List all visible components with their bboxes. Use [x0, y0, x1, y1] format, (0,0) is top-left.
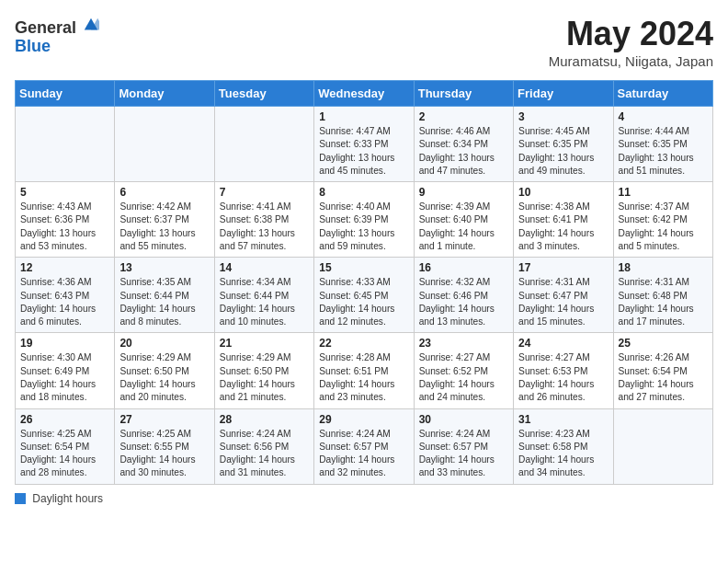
day-of-week-header: Tuesday — [214, 81, 313, 107]
day-info: Sunrise: 4:42 AM Sunset: 6:37 PM Dayligh… — [119, 201, 209, 253]
calendar-cell — [115, 107, 214, 182]
day-number: 10 — [518, 186, 608, 199]
day-info: Sunrise: 4:46 AM Sunset: 6:34 PM Dayligh… — [419, 125, 508, 178]
day-info: Sunrise: 4:29 AM Sunset: 6:50 PM Dayligh… — [220, 351, 309, 404]
day-info: Sunrise: 4:25 AM Sunset: 6:55 PM Dayligh… — [119, 428, 209, 480]
calendar-cell: 31Sunrise: 4:23 AM Sunset: 6:58 PM Dayli… — [514, 408, 613, 484]
day-info: Sunrise: 4:31 AM Sunset: 6:47 PM Dayligh… — [518, 276, 608, 328]
calendar-week-row: 5Sunrise: 4:43 AM Sunset: 6:36 PM Daylig… — [16, 182, 713, 258]
day-info: Sunrise: 4:23 AM Sunset: 6:58 PM Dayligh… — [518, 428, 608, 480]
day-info: Sunrise: 4:38 AM Sunset: 6:41 PM Dayligh… — [518, 201, 608, 253]
day-info: Sunrise: 4:47 AM Sunset: 6:33 PM Dayligh… — [319, 125, 408, 178]
day-info: Sunrise: 4:32 AM Sunset: 6:46 PM Dayligh… — [419, 276, 508, 328]
day-number: 4 — [619, 110, 708, 123]
calendar-cell: 22Sunrise: 4:28 AM Sunset: 6:51 PM Dayli… — [314, 333, 414, 408]
logo-icon — [83, 17, 99, 33]
day-info: Sunrise: 4:35 AM Sunset: 6:44 PM Dayligh… — [119, 276, 209, 328]
day-number: 18 — [619, 261, 708, 274]
day-info: Sunrise: 4:40 AM Sunset: 6:39 PM Dayligh… — [319, 201, 408, 253]
calendar-cell: 11Sunrise: 4:37 AM Sunset: 6:42 PM Dayli… — [613, 182, 712, 258]
day-info: Sunrise: 4:24 AM Sunset: 6:57 PM Dayligh… — [419, 428, 508, 480]
day-info: Sunrise: 4:27 AM Sunset: 6:52 PM Dayligh… — [419, 351, 508, 404]
day-info: Sunrise: 4:37 AM Sunset: 6:42 PM Dayligh… — [619, 201, 708, 253]
logo: General Blue — [15, 15, 99, 56]
day-number: 2 — [419, 110, 508, 123]
calendar-cell: 16Sunrise: 4:32 AM Sunset: 6:46 PM Dayli… — [414, 258, 513, 333]
day-number: 21 — [220, 337, 309, 350]
calendar-cell: 9Sunrise: 4:39 AM Sunset: 6:40 PM Daylig… — [414, 182, 513, 258]
location: Muramatsu, Niigata, Japan — [549, 53, 713, 69]
day-number: 26 — [20, 413, 109, 426]
logo-text: General Blue — [15, 15, 99, 56]
day-info: Sunrise: 4:44 AM Sunset: 6:35 PM Dayligh… — [619, 125, 708, 178]
day-number: 28 — [220, 413, 309, 426]
calendar-cell: 18Sunrise: 4:31 AM Sunset: 6:48 PM Dayli… — [613, 258, 712, 333]
calendar-cell: 13Sunrise: 4:35 AM Sunset: 6:44 PM Dayli… — [115, 258, 214, 333]
calendar-cell: 21Sunrise: 4:29 AM Sunset: 6:50 PM Dayli… — [214, 333, 313, 408]
day-number: 24 — [518, 337, 608, 350]
calendar-cell: 25Sunrise: 4:26 AM Sunset: 6:54 PM Dayli… — [613, 333, 712, 408]
day-of-week-header: Saturday — [613, 81, 712, 107]
day-number: 25 — [619, 337, 708, 350]
logo-blue: Blue — [15, 38, 99, 56]
calendar-week-row: 1Sunrise: 4:47 AM Sunset: 6:33 PM Daylig… — [16, 107, 713, 182]
calendar-cell: 26Sunrise: 4:25 AM Sunset: 6:54 PM Dayli… — [16, 408, 115, 484]
calendar-week-row: 12Sunrise: 4:36 AM Sunset: 6:43 PM Dayli… — [16, 258, 713, 333]
calendar-cell: 28Sunrise: 4:24 AM Sunset: 6:56 PM Dayli… — [214, 408, 313, 484]
day-info: Sunrise: 4:31 AM Sunset: 6:48 PM Dayligh… — [619, 276, 708, 328]
calendar-week-row: 19Sunrise: 4:30 AM Sunset: 6:49 PM Dayli… — [16, 333, 713, 408]
day-info: Sunrise: 4:39 AM Sunset: 6:40 PM Dayligh… — [419, 201, 508, 253]
calendar-cell: 1Sunrise: 4:47 AM Sunset: 6:33 PM Daylig… — [314, 107, 414, 182]
day-of-week-header: Monday — [115, 81, 214, 107]
calendar-header-row: SundayMondayTuesdayWednesdayThursdayFrid… — [16, 81, 713, 107]
day-info: Sunrise: 4:45 AM Sunset: 6:35 PM Dayligh… — [518, 125, 608, 178]
calendar-cell: 14Sunrise: 4:34 AM Sunset: 6:44 PM Dayli… — [214, 258, 313, 333]
day-number: 27 — [119, 413, 209, 426]
day-of-week-header: Sunday — [16, 81, 115, 107]
day-info: Sunrise: 4:29 AM Sunset: 6:50 PM Dayligh… — [119, 351, 209, 404]
day-info: Sunrise: 4:25 AM Sunset: 6:54 PM Dayligh… — [20, 428, 109, 480]
footer: Daylight hours — [15, 492, 713, 505]
day-number: 6 — [119, 186, 209, 199]
day-number: 14 — [220, 261, 309, 274]
calendar-cell: 10Sunrise: 4:38 AM Sunset: 6:41 PM Dayli… — [514, 182, 613, 258]
page-header: General Blue May 2024 Muramatsu, Niigata… — [15, 15, 713, 69]
calendar-cell: 2Sunrise: 4:46 AM Sunset: 6:34 PM Daylig… — [414, 107, 513, 182]
day-number: 30 — [419, 413, 508, 426]
calendar-cell: 30Sunrise: 4:24 AM Sunset: 6:57 PM Dayli… — [414, 408, 513, 484]
day-number: 15 — [319, 261, 408, 274]
day-info: Sunrise: 4:34 AM Sunset: 6:44 PM Dayligh… — [220, 276, 309, 328]
day-number: 19 — [20, 337, 109, 350]
day-number: 8 — [319, 186, 408, 199]
day-info: Sunrise: 4:43 AM Sunset: 6:36 PM Dayligh… — [20, 201, 109, 253]
calendar-cell: 29Sunrise: 4:24 AM Sunset: 6:57 PM Dayli… — [314, 408, 414, 484]
calendar-cell — [214, 107, 313, 182]
day-info: Sunrise: 4:36 AM Sunset: 6:43 PM Dayligh… — [20, 276, 109, 328]
day-number: 31 — [518, 413, 608, 426]
calendar-cell: 4Sunrise: 4:44 AM Sunset: 6:35 PM Daylig… — [613, 107, 712, 182]
month-title: May 2024 — [549, 15, 713, 53]
day-number: 17 — [518, 261, 608, 274]
calendar-cell: 15Sunrise: 4:33 AM Sunset: 6:45 PM Dayli… — [314, 258, 414, 333]
calendar-week-row: 26Sunrise: 4:25 AM Sunset: 6:54 PM Dayli… — [16, 408, 713, 484]
day-info: Sunrise: 4:24 AM Sunset: 6:57 PM Dayligh… — [319, 428, 408, 480]
calendar-table: SundayMondayTuesdayWednesdayThursdayFrid… — [15, 80, 713, 485]
footer-dot — [15, 493, 26, 504]
day-number: 5 — [20, 186, 109, 199]
day-number: 22 — [319, 337, 408, 350]
calendar-cell: 24Sunrise: 4:27 AM Sunset: 6:53 PM Dayli… — [514, 333, 613, 408]
day-info: Sunrise: 4:30 AM Sunset: 6:49 PM Dayligh… — [20, 351, 109, 404]
day-of-week-header: Thursday — [414, 81, 513, 107]
calendar-cell: 7Sunrise: 4:41 AM Sunset: 6:38 PM Daylig… — [214, 182, 313, 258]
day-info: Sunrise: 4:26 AM Sunset: 6:54 PM Dayligh… — [619, 351, 708, 404]
calendar-cell — [16, 107, 115, 182]
day-number: 9 — [419, 186, 508, 199]
day-info: Sunrise: 4:41 AM Sunset: 6:38 PM Dayligh… — [220, 201, 309, 253]
day-of-week-header: Friday — [514, 81, 613, 107]
calendar-cell: 8Sunrise: 4:40 AM Sunset: 6:39 PM Daylig… — [314, 182, 414, 258]
day-number: 3 — [518, 110, 608, 123]
calendar-cell: 27Sunrise: 4:25 AM Sunset: 6:55 PM Dayli… — [115, 408, 214, 484]
calendar-cell: 12Sunrise: 4:36 AM Sunset: 6:43 PM Dayli… — [16, 258, 115, 333]
day-info: Sunrise: 4:27 AM Sunset: 6:53 PM Dayligh… — [518, 351, 608, 404]
day-number: 11 — [619, 186, 708, 199]
